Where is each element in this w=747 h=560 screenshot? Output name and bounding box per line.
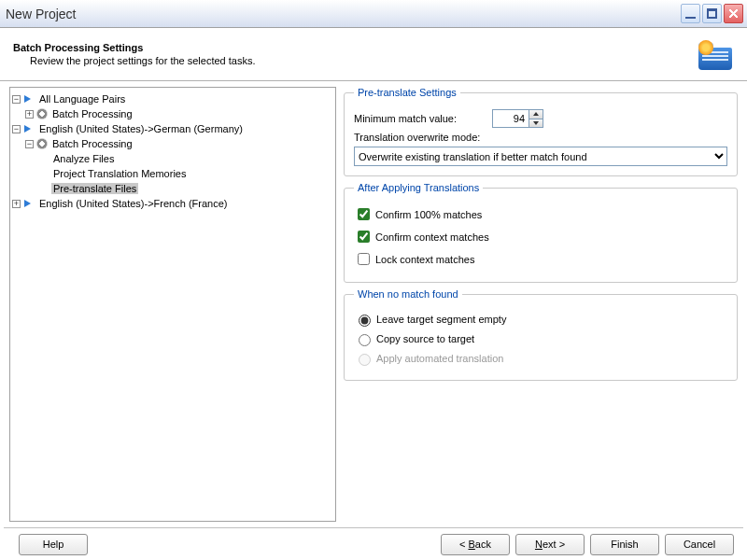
tree-item-analyze[interactable]: Analyze Files bbox=[12, 151, 333, 166]
tree-item-ptm[interactable]: Project Translation Memories bbox=[12, 166, 333, 181]
checkbox-label: Confirm 100% matches bbox=[375, 209, 482, 220]
tree-label: Batch Processing bbox=[50, 108, 134, 119]
settings-tree[interactable]: − All Language Pairs + Batch Processing … bbox=[9, 87, 336, 522]
collapse-icon[interactable]: − bbox=[12, 95, 21, 104]
tree-label: English (United States)->German (Germany… bbox=[37, 123, 245, 134]
confirm-context-checkbox[interactable] bbox=[358, 231, 370, 243]
expand-icon[interactable]: + bbox=[25, 110, 34, 119]
wizard-header: Batch Processing Settings Review the pro… bbox=[0, 28, 747, 80]
tree-label: Pre-translate Files bbox=[51, 183, 138, 194]
overwrite-mode-select[interactable]: Overwrite existing translation if better… bbox=[354, 147, 727, 166]
tree-item-pretranslate[interactable]: Pre-translate Files bbox=[12, 181, 333, 196]
radio-label: Apply automated translation bbox=[376, 353, 503, 364]
arrow-icon bbox=[23, 198, 35, 209]
collapse-icon[interactable]: − bbox=[12, 125, 21, 133]
expand-icon[interactable]: + bbox=[12, 200, 21, 208]
btn-text: ext bbox=[543, 539, 557, 550]
checkbox-label: Lock context matches bbox=[375, 254, 474, 265]
tree-label: All Language Pairs bbox=[37, 93, 127, 105]
gear-icon bbox=[36, 138, 48, 149]
window-title: New Project bbox=[4, 7, 76, 21]
next-button[interactable]: Next > bbox=[515, 534, 585, 555]
checkbox-label: Confirm context matches bbox=[375, 231, 489, 243]
min-match-label: Minimum match value: bbox=[354, 113, 457, 124]
tree-item-batch-processing[interactable]: + Batch Processing bbox=[12, 106, 333, 121]
tree-label: Analyze Files bbox=[51, 153, 116, 164]
group-legend: When no match found bbox=[354, 288, 462, 300]
no-match-group: When no match found Leave target segment… bbox=[344, 288, 738, 381]
tree-label: Project Translation Memories bbox=[51, 168, 188, 179]
radio-label: Copy source to target bbox=[376, 333, 474, 344]
overwrite-mode-label: Translation overwrite mode: bbox=[354, 132, 480, 143]
wizard-footer: Help < Back Next > Finish Cancel bbox=[0, 528, 747, 560]
min-match-input[interactable] bbox=[493, 110, 529, 127]
banner-icon bbox=[697, 38, 734, 70]
copy-source-radio[interactable] bbox=[359, 334, 371, 346]
maximize-button[interactable] bbox=[702, 4, 722, 23]
confirm-100-checkbox[interactable] bbox=[358, 208, 370, 220]
tree-item-en-fr[interactable]: + English (United States)->French (Franc… bbox=[12, 196, 333, 211]
page-subtitle: Review the project settings for the sele… bbox=[30, 55, 697, 66]
back-button[interactable]: < Back bbox=[441, 534, 510, 555]
title-bar: New Project bbox=[0, 0, 747, 28]
gear-icon bbox=[36, 108, 48, 119]
min-match-stepper[interactable] bbox=[492, 109, 543, 128]
spin-down-icon[interactable] bbox=[529, 119, 543, 127]
arrow-icon bbox=[23, 93, 35, 105]
pretranslate-settings-group: Pre-translate Settings Minimum match val… bbox=[344, 87, 738, 176]
help-button[interactable]: Help bbox=[19, 534, 88, 555]
arrow-icon bbox=[23, 123, 35, 134]
collapse-icon[interactable]: − bbox=[25, 140, 34, 148]
tree-item-all-pairs[interactable]: − All Language Pairs bbox=[12, 91, 333, 106]
cancel-button[interactable]: Cancel bbox=[665, 534, 734, 555]
lock-context-checkbox[interactable] bbox=[358, 253, 370, 265]
finish-button[interactable]: Finish bbox=[590, 534, 659, 555]
group-legend: After Applying Translations bbox=[354, 182, 483, 193]
close-button[interactable] bbox=[724, 4, 743, 23]
tree-item-en-de[interactable]: − English (United States)->German (Germa… bbox=[12, 121, 333, 136]
tree-label: English (United States)->French (France) bbox=[37, 198, 229, 209]
leave-empty-radio[interactable] bbox=[359, 315, 371, 327]
page-title: Batch Processing Settings bbox=[13, 42, 697, 53]
btn-text: ack bbox=[475, 539, 491, 550]
minimize-button[interactable] bbox=[681, 4, 700, 23]
apply-automated-radio bbox=[359, 354, 371, 366]
spin-up-icon[interactable] bbox=[529, 110, 543, 119]
group-legend: Pre-translate Settings bbox=[354, 87, 460, 98]
radio-label: Leave target segment empty bbox=[376, 314, 506, 325]
after-applying-group: After Applying Translations Confirm 100%… bbox=[344, 182, 738, 283]
tree-item-en-de-bp[interactable]: − Batch Processing bbox=[12, 136, 333, 151]
tree-label: Batch Processing bbox=[50, 138, 134, 149]
